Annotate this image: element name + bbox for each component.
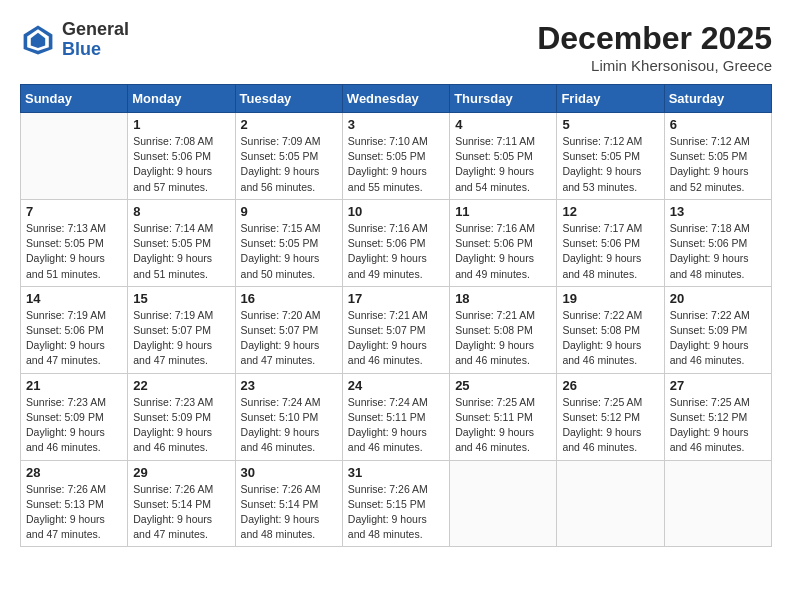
day-number: 31: [348, 465, 444, 480]
day-info: Sunrise: 7:18 AMSunset: 5:06 PMDaylight:…: [670, 221, 766, 282]
calendar-week-row: 14Sunrise: 7:19 AMSunset: 5:06 PMDayligh…: [21, 286, 772, 373]
day-info: Sunrise: 7:22 AMSunset: 5:08 PMDaylight:…: [562, 308, 658, 369]
day-info: Sunrise: 7:19 AMSunset: 5:07 PMDaylight:…: [133, 308, 229, 369]
title-block: December 2025 Limin Khersonisou, Greece: [537, 20, 772, 74]
day-number: 16: [241, 291, 337, 306]
column-header-thursday: Thursday: [450, 85, 557, 113]
calendar-cell: 7Sunrise: 7:13 AMSunset: 5:05 PMDaylight…: [21, 199, 128, 286]
day-number: 19: [562, 291, 658, 306]
day-number: 17: [348, 291, 444, 306]
day-number: 20: [670, 291, 766, 306]
calendar-cell: [557, 460, 664, 547]
calendar-week-row: 21Sunrise: 7:23 AMSunset: 5:09 PMDayligh…: [21, 373, 772, 460]
calendar-cell: 26Sunrise: 7:25 AMSunset: 5:12 PMDayligh…: [557, 373, 664, 460]
calendar-cell: 30Sunrise: 7:26 AMSunset: 5:14 PMDayligh…: [235, 460, 342, 547]
day-info: Sunrise: 7:23 AMSunset: 5:09 PMDaylight:…: [26, 395, 122, 456]
day-info: Sunrise: 7:19 AMSunset: 5:06 PMDaylight:…: [26, 308, 122, 369]
day-info: Sunrise: 7:13 AMSunset: 5:05 PMDaylight:…: [26, 221, 122, 282]
day-info: Sunrise: 7:15 AMSunset: 5:05 PMDaylight:…: [241, 221, 337, 282]
day-number: 12: [562, 204, 658, 219]
day-number: 11: [455, 204, 551, 219]
day-info: Sunrise: 7:25 AMSunset: 5:11 PMDaylight:…: [455, 395, 551, 456]
day-number: 13: [670, 204, 766, 219]
calendar-cell: 25Sunrise: 7:25 AMSunset: 5:11 PMDayligh…: [450, 373, 557, 460]
day-number: 15: [133, 291, 229, 306]
day-number: 6: [670, 117, 766, 132]
calendar-cell: 13Sunrise: 7:18 AMSunset: 5:06 PMDayligh…: [664, 199, 771, 286]
column-header-friday: Friday: [557, 85, 664, 113]
day-info: Sunrise: 7:22 AMSunset: 5:09 PMDaylight:…: [670, 308, 766, 369]
calendar-cell: 31Sunrise: 7:26 AMSunset: 5:15 PMDayligh…: [342, 460, 449, 547]
day-info: Sunrise: 7:25 AMSunset: 5:12 PMDaylight:…: [562, 395, 658, 456]
day-info: Sunrise: 7:21 AMSunset: 5:07 PMDaylight:…: [348, 308, 444, 369]
calendar-cell: 19Sunrise: 7:22 AMSunset: 5:08 PMDayligh…: [557, 286, 664, 373]
day-info: Sunrise: 7:21 AMSunset: 5:08 PMDaylight:…: [455, 308, 551, 369]
logo-text: General Blue: [62, 20, 129, 60]
day-number: 5: [562, 117, 658, 132]
day-info: Sunrise: 7:24 AMSunset: 5:11 PMDaylight:…: [348, 395, 444, 456]
column-header-saturday: Saturday: [664, 85, 771, 113]
day-number: 30: [241, 465, 337, 480]
calendar-cell: 14Sunrise: 7:19 AMSunset: 5:06 PMDayligh…: [21, 286, 128, 373]
day-info: Sunrise: 7:11 AMSunset: 5:05 PMDaylight:…: [455, 134, 551, 195]
day-info: Sunrise: 7:23 AMSunset: 5:09 PMDaylight:…: [133, 395, 229, 456]
calendar-cell: 18Sunrise: 7:21 AMSunset: 5:08 PMDayligh…: [450, 286, 557, 373]
column-header-sunday: Sunday: [21, 85, 128, 113]
day-number: 10: [348, 204, 444, 219]
day-number: 14: [26, 291, 122, 306]
day-info: Sunrise: 7:09 AMSunset: 5:05 PMDaylight:…: [241, 134, 337, 195]
calendar-cell: 4Sunrise: 7:11 AMSunset: 5:05 PMDaylight…: [450, 113, 557, 200]
day-number: 26: [562, 378, 658, 393]
page-header: General Blue December 2025 Limin Kherson…: [20, 20, 772, 74]
calendar-table: SundayMondayTuesdayWednesdayThursdayFrid…: [20, 84, 772, 547]
calendar-cell: 1Sunrise: 7:08 AMSunset: 5:06 PMDaylight…: [128, 113, 235, 200]
calendar-week-row: 1Sunrise: 7:08 AMSunset: 5:06 PMDaylight…: [21, 113, 772, 200]
day-info: Sunrise: 7:16 AMSunset: 5:06 PMDaylight:…: [455, 221, 551, 282]
day-number: 22: [133, 378, 229, 393]
day-info: Sunrise: 7:25 AMSunset: 5:12 PMDaylight:…: [670, 395, 766, 456]
day-number: 8: [133, 204, 229, 219]
day-info: Sunrise: 7:24 AMSunset: 5:10 PMDaylight:…: [241, 395, 337, 456]
calendar-cell: 16Sunrise: 7:20 AMSunset: 5:07 PMDayligh…: [235, 286, 342, 373]
calendar-week-row: 28Sunrise: 7:26 AMSunset: 5:13 PMDayligh…: [21, 460, 772, 547]
day-number: 7: [26, 204, 122, 219]
calendar-cell: 22Sunrise: 7:23 AMSunset: 5:09 PMDayligh…: [128, 373, 235, 460]
calendar-cell: 8Sunrise: 7:14 AMSunset: 5:05 PMDaylight…: [128, 199, 235, 286]
day-info: Sunrise: 7:16 AMSunset: 5:06 PMDaylight:…: [348, 221, 444, 282]
calendar-cell: 10Sunrise: 7:16 AMSunset: 5:06 PMDayligh…: [342, 199, 449, 286]
day-number: 23: [241, 378, 337, 393]
day-number: 9: [241, 204, 337, 219]
day-info: Sunrise: 7:12 AMSunset: 5:05 PMDaylight:…: [670, 134, 766, 195]
calendar-cell: 28Sunrise: 7:26 AMSunset: 5:13 PMDayligh…: [21, 460, 128, 547]
day-info: Sunrise: 7:14 AMSunset: 5:05 PMDaylight:…: [133, 221, 229, 282]
calendar-cell: 17Sunrise: 7:21 AMSunset: 5:07 PMDayligh…: [342, 286, 449, 373]
day-info: Sunrise: 7:08 AMSunset: 5:06 PMDaylight:…: [133, 134, 229, 195]
location: Limin Khersonisou, Greece: [537, 57, 772, 74]
logo-icon: [20, 22, 56, 58]
day-info: Sunrise: 7:26 AMSunset: 5:14 PMDaylight:…: [241, 482, 337, 543]
calendar-cell: 12Sunrise: 7:17 AMSunset: 5:06 PMDayligh…: [557, 199, 664, 286]
day-info: Sunrise: 7:20 AMSunset: 5:07 PMDaylight:…: [241, 308, 337, 369]
calendar-cell: 21Sunrise: 7:23 AMSunset: 5:09 PMDayligh…: [21, 373, 128, 460]
day-number: 21: [26, 378, 122, 393]
calendar-cell: 15Sunrise: 7:19 AMSunset: 5:07 PMDayligh…: [128, 286, 235, 373]
day-number: 24: [348, 378, 444, 393]
calendar-cell: 27Sunrise: 7:25 AMSunset: 5:12 PMDayligh…: [664, 373, 771, 460]
day-number: 4: [455, 117, 551, 132]
calendar-cell: 29Sunrise: 7:26 AMSunset: 5:14 PMDayligh…: [128, 460, 235, 547]
month-title: December 2025: [537, 20, 772, 57]
day-info: Sunrise: 7:12 AMSunset: 5:05 PMDaylight:…: [562, 134, 658, 195]
calendar-cell: 11Sunrise: 7:16 AMSunset: 5:06 PMDayligh…: [450, 199, 557, 286]
calendar-cell: [664, 460, 771, 547]
day-info: Sunrise: 7:26 AMSunset: 5:14 PMDaylight:…: [133, 482, 229, 543]
day-number: 29: [133, 465, 229, 480]
calendar-header-row: SundayMondayTuesdayWednesdayThursdayFrid…: [21, 85, 772, 113]
calendar-cell: 5Sunrise: 7:12 AMSunset: 5:05 PMDaylight…: [557, 113, 664, 200]
day-info: Sunrise: 7:10 AMSunset: 5:05 PMDaylight:…: [348, 134, 444, 195]
day-number: 18: [455, 291, 551, 306]
day-number: 25: [455, 378, 551, 393]
calendar-week-row: 7Sunrise: 7:13 AMSunset: 5:05 PMDaylight…: [21, 199, 772, 286]
calendar-cell: 2Sunrise: 7:09 AMSunset: 5:05 PMDaylight…: [235, 113, 342, 200]
calendar-cell: [21, 113, 128, 200]
calendar-cell: 3Sunrise: 7:10 AMSunset: 5:05 PMDaylight…: [342, 113, 449, 200]
